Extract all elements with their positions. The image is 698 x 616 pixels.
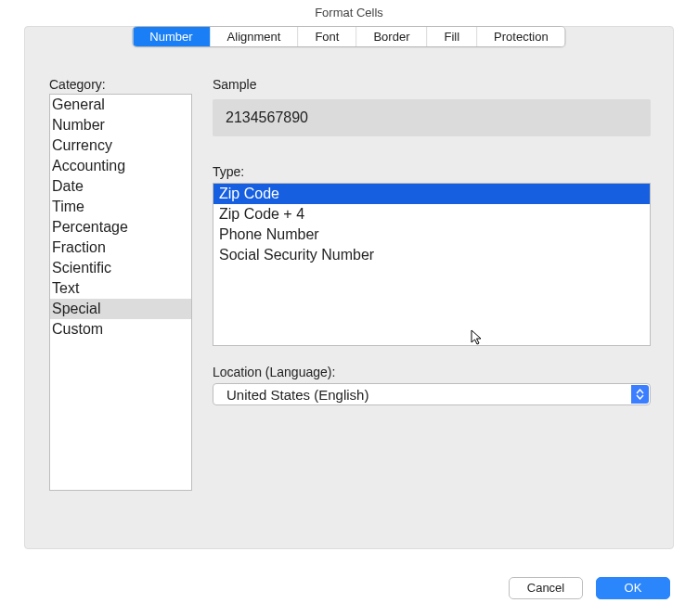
tab-protection[interactable]: Protection	[477, 27, 565, 46]
category-item[interactable]: General	[50, 95, 191, 115]
category-list[interactable]: GeneralNumberCurrencyAccountingDateTimeP…	[49, 94, 192, 491]
type-item[interactable]: Phone Number	[213, 225, 650, 245]
category-item[interactable]: Custom	[50, 319, 191, 340]
category-item[interactable]: Currency	[50, 135, 191, 156]
category-item[interactable]: Text	[50, 278, 191, 299]
dialog-panel: NumberAlignmentFontBorderFillProtection …	[24, 26, 674, 549]
category-label: Category:	[49, 77, 106, 92]
sample-box: 2134567890	[213, 99, 651, 136]
tab-border[interactable]: Border	[356, 27, 427, 46]
category-item[interactable]: Fraction	[50, 237, 191, 258]
type-label: Type:	[213, 164, 244, 179]
dropdown-arrows-icon	[631, 385, 649, 404]
category-item[interactable]: Special	[50, 299, 191, 319]
category-item[interactable]: Scientific	[50, 258, 191, 278]
tab-font[interactable]: Font	[298, 27, 356, 46]
category-item[interactable]: Accounting	[50, 156, 191, 176]
type-item[interactable]: Social Security Number	[213, 245, 650, 265]
category-item[interactable]: Time	[50, 197, 191, 217]
category-item[interactable]: Percentage	[50, 217, 191, 237]
location-label: Location (Language):	[213, 365, 335, 379]
type-list[interactable]: Zip CodeZip Code + 4Phone NumberSocial S…	[213, 183, 651, 346]
type-item[interactable]: Zip Code + 4	[213, 204, 650, 225]
category-item[interactable]: Number	[50, 115, 191, 135]
button-row: Cancel OK	[509, 577, 670, 599]
location-value: United States (English)	[226, 387, 368, 403]
sample-label: Sample	[213, 77, 256, 92]
tab-alignment[interactable]: Alignment	[211, 27, 299, 46]
cancel-button[interactable]: Cancel	[509, 577, 583, 599]
tab-strip: NumberAlignmentFontBorderFillProtection	[132, 26, 565, 47]
category-item[interactable]: Date	[50, 176, 191, 197]
ok-button[interactable]: OK	[596, 577, 670, 599]
type-item[interactable]: Zip Code	[213, 184, 650, 204]
tab-number[interactable]: Number	[133, 27, 210, 46]
location-select[interactable]: United States (English)	[213, 383, 651, 405]
tab-fill[interactable]: Fill	[427, 27, 477, 46]
window-title: Format Cells	[0, 0, 698, 26]
